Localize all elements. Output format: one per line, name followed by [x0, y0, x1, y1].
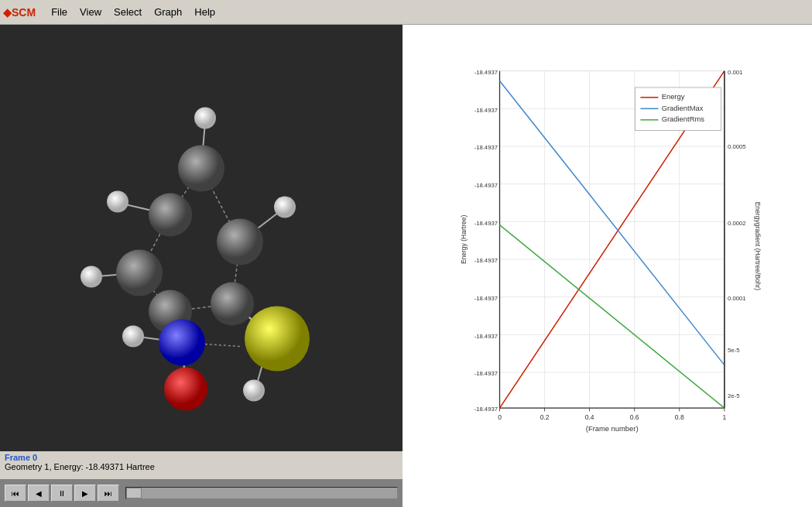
- first-frame-button[interactable]: ⏮: [5, 485, 26, 502]
- svg-text:0.0005: 0.0005: [728, 143, 745, 150]
- frame-label: Frame 0: [5, 453, 398, 462]
- svg-point-19: [274, 197, 296, 218]
- svg-text:-18.4937: -18.4937: [475, 220, 498, 227]
- svg-point-20: [107, 191, 128, 213]
- scm-logo: ◆SCM: [3, 6, 36, 19]
- menu-select[interactable]: Select: [108, 3, 148, 21]
- svg-point-25: [116, 250, 163, 296]
- svg-text:-18.4937: -18.4937: [475, 182, 498, 189]
- progress-thumb[interactable]: [126, 488, 142, 498]
- main-area: Frame 0 Geometry 1, Energy: -18.49371 Ha…: [0, 25, 812, 507]
- svg-text:-18.4937: -18.4937: [475, 370, 498, 377]
- svg-point-24: [149, 194, 192, 237]
- last-frame-button[interactable]: ⏭: [98, 485, 119, 502]
- menu-graph[interactable]: Graph: [148, 3, 188, 21]
- svg-text:0.6: 0.6: [630, 413, 639, 421]
- svg-point-31: [245, 307, 310, 372]
- svg-text:GradientRms: GradientRms: [662, 115, 705, 123]
- svg-text:-18.4937: -18.4937: [475, 257, 498, 264]
- molecule-svg: [0, 25, 403, 451]
- svg-point-22: [243, 380, 265, 402]
- svg-point-21: [122, 326, 144, 348]
- svg-point-29: [159, 320, 205, 366]
- svg-point-23: [178, 146, 224, 192]
- svg-text:0.4: 0.4: [585, 413, 594, 421]
- svg-text:Energy: Energy: [662, 92, 685, 101]
- svg-text:0.8: 0.8: [675, 413, 684, 421]
- svg-text:0: 0: [498, 413, 502, 421]
- chart-svg: -18.4937 -18.4937 -18.4937 -18.4937 -18.…: [457, 33, 773, 468]
- svg-text:0.0001: 0.0001: [728, 295, 745, 302]
- scm-logo-text: ◆SCM: [3, 6, 36, 19]
- svg-text:-18.4937: -18.4937: [475, 333, 498, 340]
- svg-text:0.2: 0.2: [540, 413, 550, 421]
- menu-help[interactable]: Help: [188, 3, 221, 21]
- svg-text:-18.4937: -18.4937: [475, 295, 498, 302]
- svg-text:2e-5: 2e-5: [728, 392, 739, 399]
- play-button[interactable]: ▶: [74, 485, 96, 502]
- svg-text:Energygradient (Hartree/Bohr): Energygradient (Hartree/Bohr): [754, 202, 762, 291]
- molecule-status: Frame 0 Geometry 1, Energy: -18.49371 Ha…: [0, 451, 403, 479]
- playback-controls: ⏮ ◀ ⏸ ▶ ⏭: [0, 479, 403, 507]
- svg-text:-18.4937: -18.4937: [475, 69, 498, 76]
- graph-panel: -18.4937 -18.4937 -18.4937 -18.4937 -18.…: [403, 25, 812, 507]
- svg-point-18: [81, 266, 102, 288]
- molecule-canvas[interactable]: [0, 25, 403, 451]
- svg-text:-18.4937: -18.4937: [475, 144, 498, 151]
- svg-point-17: [194, 108, 216, 129]
- svg-text:5e-5: 5e-5: [728, 347, 739, 354]
- menu-view[interactable]: View: [74, 3, 108, 21]
- svg-text:0.0002: 0.0002: [728, 220, 745, 227]
- pause-button[interactable]: ⏸: [51, 485, 73, 502]
- svg-point-30: [164, 368, 207, 411]
- svg-text:Energy (Hartree): Energy (Hartree): [460, 215, 468, 265]
- svg-text:1: 1: [722, 413, 726, 421]
- menu-file[interactable]: File: [45, 3, 74, 21]
- svg-text:-18.4937: -18.4937: [475, 406, 498, 413]
- molecule-panel: Frame 0 Geometry 1, Energy: -18.49371 Ha…: [0, 25, 403, 507]
- svg-text:-18.4937: -18.4937: [475, 107, 498, 114]
- geometry-label: Geometry 1, Energy: -18.49371 Hartree: [5, 462, 398, 471]
- menubar: ◆SCM File View Select Graph Help: [0, 0, 812, 25]
- progress-bar[interactable]: [125, 487, 398, 499]
- svg-text:(Frame number): (Frame number): [586, 424, 639, 433]
- svg-point-28: [211, 283, 254, 326]
- svg-text:0.001: 0.001: [728, 69, 742, 76]
- svg-point-26: [217, 219, 263, 265]
- prev-frame-button[interactable]: ◀: [28, 485, 50, 502]
- svg-text:GradientMax: GradientMax: [662, 104, 704, 112]
